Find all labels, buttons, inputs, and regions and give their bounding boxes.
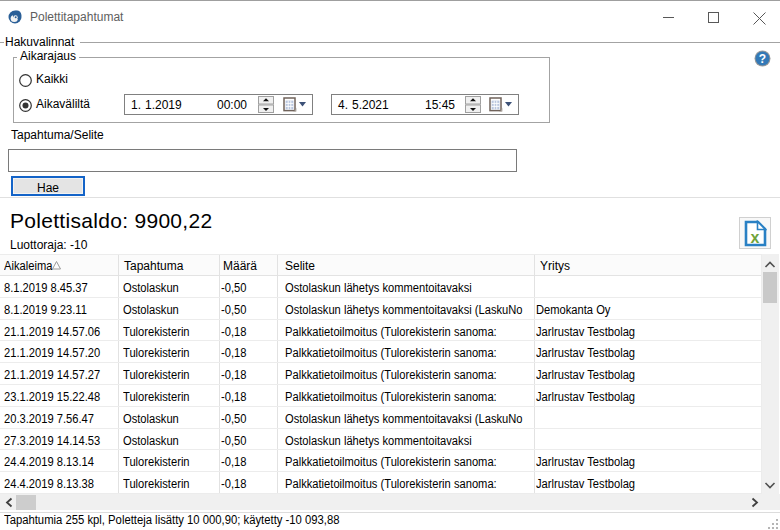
svg-text:?: ? [759, 52, 766, 66]
svg-text:x: x [751, 229, 760, 246]
